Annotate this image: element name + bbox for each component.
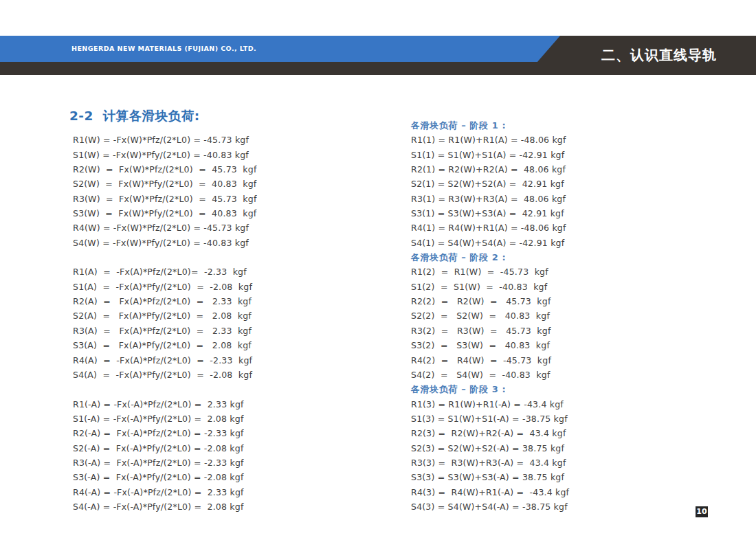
formula-line: R1(2) = R1(W) = -45.73 kgf	[411, 265, 569, 279]
formula-line: S1(2) = S1(W) = -40.83 kgf	[411, 280, 569, 294]
spacer-row	[73, 118, 257, 133]
formula-line: S2(2) = S2(W) = 40.83 kgf	[411, 308, 569, 323]
section-title: 二、认识直线导轨	[601, 36, 717, 75]
right-column: 各滑块负荷 – 阶段 1 : R1(1) = R1(W)+R1(A) = -48…	[411, 118, 569, 514]
formula-line: R2(1) = R2(W)+R2(A) = 48.06 kgf	[411, 162, 569, 177]
formula-line: S2(W) = Fx(W)*Pfy/(2*L0) = 40.83 kgf	[73, 177, 257, 191]
stage-1-header: 各滑块负荷 – 阶段 1 :	[411, 118, 569, 133]
formula-line: S4(1) = S4(W)+S4(A) = -42.91 kgf	[411, 236, 569, 250]
formula-line: R1(W) = -Fx(W)*Pfz/(2*L0) = -45.73 kgf	[73, 133, 257, 147]
formula-line: S4(2) = S4(W) = -40.83 kgf	[411, 368, 569, 382]
formula-line: R3(-A) = Fx(-A)*Pfz/(2*L0) = -2.33 kgf	[73, 456, 257, 470]
formula-line: S1(3) = S1(W)+S1(-A) = -38.75 kgf	[411, 412, 569, 426]
formula-line: R4(2) = R4(W) = -45.73 kgf	[411, 353, 569, 368]
formula-line: S4(W) = -Fx(W)*Pfy/(2*L0) = -40.83 kgf	[73, 236, 257, 250]
formula-line: R2(W) = Fx(W)*Pfz/(2*L0) = 45.73 kgf	[73, 162, 257, 177]
formula-line: R2(A) = Fx(A)*Pfz/(2*L0) = 2.33 kgf	[73, 294, 257, 308]
formula-line: R4(1) = R4(W)+R1(A) = -48.06 kgf	[411, 221, 569, 235]
formula-line: R1(-A) = -Fx(-A)*Pfz/(2*L0) = 2.33 kgf	[73, 397, 257, 412]
stage-3-header: 各滑块负荷 – 阶段 3 :	[411, 382, 569, 396]
formula-line: S3(2) = S3(W) = 40.83 kgf	[411, 338, 569, 352]
formula-line: R4(-A) = -Fx(-A)*Pfz/(2*L0) = 2.33 kgf	[73, 485, 257, 499]
formula-line: R3(2) = R3(W) = 45.73 kgf	[411, 324, 569, 338]
formula-line: S4(-A) = -Fx(-A)*Pfy/(2*L0) = 2.08 kgf	[73, 499, 257, 514]
formula-line: S1(A) = -Fx(A)*Pfy/(2*L0) = -2.08 kgf	[73, 280, 257, 294]
formula-line: S2(1) = S2(W)+S2(A) = 42.91 kgf	[411, 177, 569, 191]
formula-line: S3(3) = S3(W)+S3(-A) = 38.75 kgf	[411, 470, 569, 484]
formula-line: R1(3) = R1(W)+R1(-A) = -43.4 kgf	[411, 397, 569, 412]
formula-line: R4(W) = -Fx(W)*Pfz/(2*L0) = -45.73 kgf	[73, 221, 257, 235]
stage-2-header: 各滑块负荷 – 阶段 2 :	[411, 250, 569, 265]
formula-line: S3(1) = S3(W)+S3(A) = 42.91 kgf	[411, 206, 569, 221]
formula-line: S1(W) = -Fx(W)*Pfy/(2*L0) = -40.83 kgf	[73, 148, 257, 162]
formula-line: S1(1) = S1(W)+S1(A) = -42.91 kgf	[411, 148, 569, 162]
formula-line: R2(3) = R2(W)+R2(-A) = 43.4 kgf	[411, 426, 569, 440]
formula-line: S3(A) = Fx(A)*Pfy/(2*L0) = 2.08 kgf	[73, 338, 257, 352]
formula-line: R3(1) = R3(W)+R3(A) = 48.06 kgf	[411, 192, 569, 206]
formula-line: S2(3) = S2(W)+S2(-A) = 38.75 kgf	[411, 441, 569, 456]
formula-line: R3(W) = Fx(W)*Pfz/(2*L0) = 45.73 kgf	[73, 192, 257, 206]
formula-line: R4(A) = -Fx(A)*Pfz/(2*L0) = -2.33 kgf	[73, 353, 257, 368]
formula-line: R2(-A) = Fx(-A)*Pfz/(2*L0) = -2.33 kgf	[73, 426, 257, 440]
formula-line: S2(-A) = Fx(-A)*Pfy/(2*L0) = -2.08 kgf	[73, 441, 257, 456]
formula-line: R3(3) = R3(W)+R3(-A) = 43.4 kgf	[411, 456, 569, 470]
spacer-row	[73, 382, 257, 396]
company-name: HENGERDA NEW MATERIALS (FUJIAN) CO., LTD…	[71, 36, 256, 62]
page-number-badge: 10	[696, 506, 708, 517]
formula-line: R1(1) = R1(W)+R1(A) = -48.06 kgf	[411, 133, 569, 147]
formula-line: S3(W) = Fx(W)*Pfy/(2*L0) = 40.83 kgf	[73, 206, 257, 221]
formula-line: S2(A) = Fx(A)*Pfy/(2*L0) = 2.08 kgf	[73, 308, 257, 323]
formula-line: R4(3) = R4(W)+R1(-A) = -43.4 kgf	[411, 485, 569, 499]
formula-line: R1(A) = -Fx(A)*Pfz/(2*L0)= -2.33 kgf	[73, 265, 257, 279]
left-column: R1(W) = -Fx(W)*Pfz/(2*L0) = -45.73 kgf S…	[73, 118, 257, 514]
header-blue-ribbon: HENGERDA NEW MATERIALS (FUJIAN) CO., LTD…	[0, 36, 560, 62]
formula-line: S4(A) = -Fx(A)*Pfy/(2*L0) = -2.08 kgf	[73, 368, 257, 382]
formula-line: R2(2) = R2(W) = 45.73 kgf	[411, 294, 569, 308]
formula-line: S1(-A) = -Fx(-A)*Pfy/(2*L0) = 2.08 kgf	[73, 412, 257, 426]
formula-line: R3(A) = Fx(A)*Pfz/(2*L0) = 2.33 kgf	[73, 324, 257, 338]
spacer-row	[73, 250, 257, 265]
formula-line: S4(3) = S4(W)+S4(-A) = -38.75 kgf	[411, 499, 569, 514]
slide: 二、认识直线导轨 HENGERDA NEW MATERIALS (FUJIAN)…	[0, 0, 756, 551]
formula-line: S3(-A) = Fx(-A)*Pfy/(2*L0) = -2.08 kgf	[73, 470, 257, 484]
